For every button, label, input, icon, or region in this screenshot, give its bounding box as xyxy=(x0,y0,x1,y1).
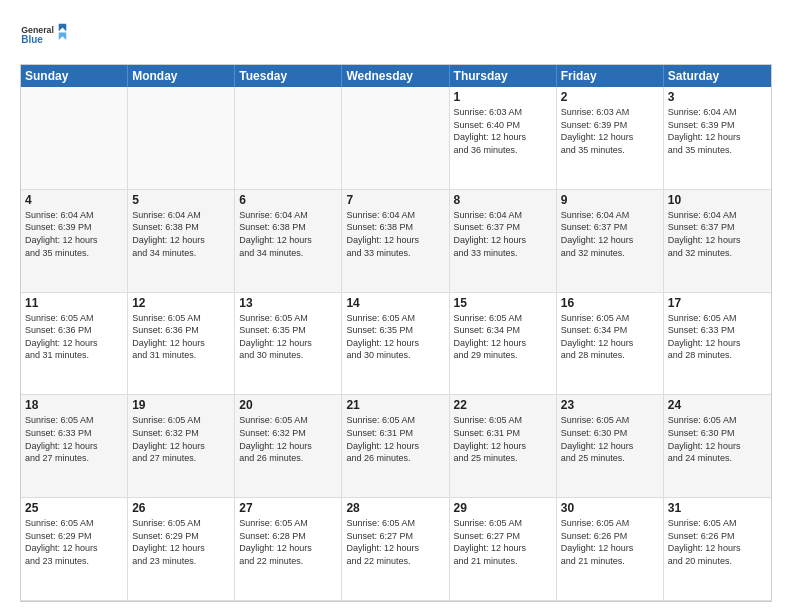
day-number: 5 xyxy=(132,193,230,207)
day-number: 3 xyxy=(668,90,767,104)
calendar-cell: 5Sunrise: 6:04 AM Sunset: 6:38 PM Daylig… xyxy=(128,190,235,293)
cell-info: Sunrise: 6:05 AM Sunset: 6:32 PM Dayligh… xyxy=(239,414,337,464)
cell-info: Sunrise: 6:05 AM Sunset: 6:30 PM Dayligh… xyxy=(668,414,767,464)
calendar-cell: 10Sunrise: 6:04 AM Sunset: 6:37 PM Dayli… xyxy=(664,190,771,293)
calendar-cell: 14Sunrise: 6:05 AM Sunset: 6:35 PM Dayli… xyxy=(342,293,449,396)
day-number: 18 xyxy=(25,398,123,412)
weekday-header-sunday: Sunday xyxy=(21,65,128,87)
calendar-cell xyxy=(342,87,449,190)
day-number: 20 xyxy=(239,398,337,412)
cell-info: Sunrise: 6:05 AM Sunset: 6:26 PM Dayligh… xyxy=(561,517,659,567)
cell-info: Sunrise: 6:04 AM Sunset: 6:37 PM Dayligh… xyxy=(454,209,552,259)
svg-marker-3 xyxy=(59,33,67,41)
cell-info: Sunrise: 6:05 AM Sunset: 6:36 PM Dayligh… xyxy=(25,312,123,362)
day-number: 19 xyxy=(132,398,230,412)
calendar-cell: 22Sunrise: 6:05 AM Sunset: 6:31 PM Dayli… xyxy=(450,395,557,498)
calendar-cell: 19Sunrise: 6:05 AM Sunset: 6:32 PM Dayli… xyxy=(128,395,235,498)
cell-info: Sunrise: 6:05 AM Sunset: 6:34 PM Dayligh… xyxy=(561,312,659,362)
weekday-header-saturday: Saturday xyxy=(664,65,771,87)
day-number: 8 xyxy=(454,193,552,207)
calendar-cell: 29Sunrise: 6:05 AM Sunset: 6:27 PM Dayli… xyxy=(450,498,557,601)
cell-info: Sunrise: 6:05 AM Sunset: 6:34 PM Dayligh… xyxy=(454,312,552,362)
calendar-cell: 7Sunrise: 6:04 AM Sunset: 6:38 PM Daylig… xyxy=(342,190,449,293)
calendar-cell: 24Sunrise: 6:05 AM Sunset: 6:30 PM Dayli… xyxy=(664,395,771,498)
day-number: 4 xyxy=(25,193,123,207)
cell-info: Sunrise: 6:05 AM Sunset: 6:30 PM Dayligh… xyxy=(561,414,659,464)
cell-info: Sunrise: 6:05 AM Sunset: 6:33 PM Dayligh… xyxy=(668,312,767,362)
calendar-cell: 28Sunrise: 6:05 AM Sunset: 6:27 PM Dayli… xyxy=(342,498,449,601)
calendar-cell: 18Sunrise: 6:05 AM Sunset: 6:33 PM Dayli… xyxy=(21,395,128,498)
svg-text:Blue: Blue xyxy=(21,34,43,45)
calendar-grid: 1Sunrise: 6:03 AM Sunset: 6:40 PM Daylig… xyxy=(21,87,771,601)
day-number: 27 xyxy=(239,501,337,515)
cell-info: Sunrise: 6:03 AM Sunset: 6:40 PM Dayligh… xyxy=(454,106,552,156)
cell-info: Sunrise: 6:05 AM Sunset: 6:27 PM Dayligh… xyxy=(454,517,552,567)
day-number: 28 xyxy=(346,501,444,515)
weekday-header-friday: Friday xyxy=(557,65,664,87)
day-number: 26 xyxy=(132,501,230,515)
logo-icon: General Blue xyxy=(20,16,70,56)
calendar: SundayMondayTuesdayWednesdayThursdayFrid… xyxy=(20,64,772,602)
calendar-cell: 12Sunrise: 6:05 AM Sunset: 6:36 PM Dayli… xyxy=(128,293,235,396)
cell-info: Sunrise: 6:05 AM Sunset: 6:26 PM Dayligh… xyxy=(668,517,767,567)
cell-info: Sunrise: 6:05 AM Sunset: 6:27 PM Dayligh… xyxy=(346,517,444,567)
day-number: 24 xyxy=(668,398,767,412)
cell-info: Sunrise: 6:05 AM Sunset: 6:36 PM Dayligh… xyxy=(132,312,230,362)
cell-info: Sunrise: 6:04 AM Sunset: 6:37 PM Dayligh… xyxy=(668,209,767,259)
cell-info: Sunrise: 6:04 AM Sunset: 6:38 PM Dayligh… xyxy=(346,209,444,259)
day-number: 1 xyxy=(454,90,552,104)
cell-info: Sunrise: 6:05 AM Sunset: 6:31 PM Dayligh… xyxy=(454,414,552,464)
cell-info: Sunrise: 6:05 AM Sunset: 6:28 PM Dayligh… xyxy=(239,517,337,567)
cell-info: Sunrise: 6:04 AM Sunset: 6:38 PM Dayligh… xyxy=(239,209,337,259)
calendar-cell: 26Sunrise: 6:05 AM Sunset: 6:29 PM Dayli… xyxy=(128,498,235,601)
day-number: 13 xyxy=(239,296,337,310)
cell-info: Sunrise: 6:04 AM Sunset: 6:39 PM Dayligh… xyxy=(668,106,767,156)
day-number: 15 xyxy=(454,296,552,310)
calendar-cell: 16Sunrise: 6:05 AM Sunset: 6:34 PM Dayli… xyxy=(557,293,664,396)
day-number: 6 xyxy=(239,193,337,207)
calendar-cell: 25Sunrise: 6:05 AM Sunset: 6:29 PM Dayli… xyxy=(21,498,128,601)
day-number: 17 xyxy=(668,296,767,310)
calendar-cell: 17Sunrise: 6:05 AM Sunset: 6:33 PM Dayli… xyxy=(664,293,771,396)
cell-info: Sunrise: 6:04 AM Sunset: 6:37 PM Dayligh… xyxy=(561,209,659,259)
weekday-header-tuesday: Tuesday xyxy=(235,65,342,87)
calendar-cell xyxy=(21,87,128,190)
cell-info: Sunrise: 6:05 AM Sunset: 6:33 PM Dayligh… xyxy=(25,414,123,464)
calendar-header: SundayMondayTuesdayWednesdayThursdayFrid… xyxy=(21,65,771,87)
day-number: 23 xyxy=(561,398,659,412)
calendar-cell: 3Sunrise: 6:04 AM Sunset: 6:39 PM Daylig… xyxy=(664,87,771,190)
day-number: 7 xyxy=(346,193,444,207)
day-number: 30 xyxy=(561,501,659,515)
cell-info: Sunrise: 6:04 AM Sunset: 6:39 PM Dayligh… xyxy=(25,209,123,259)
weekday-header-thursday: Thursday xyxy=(450,65,557,87)
calendar-cell: 21Sunrise: 6:05 AM Sunset: 6:31 PM Dayli… xyxy=(342,395,449,498)
day-number: 2 xyxy=(561,90,659,104)
calendar-cell: 4Sunrise: 6:04 AM Sunset: 6:39 PM Daylig… xyxy=(21,190,128,293)
calendar-cell xyxy=(235,87,342,190)
day-number: 22 xyxy=(454,398,552,412)
calendar-cell: 31Sunrise: 6:05 AM Sunset: 6:26 PM Dayli… xyxy=(664,498,771,601)
calendar-cell: 30Sunrise: 6:05 AM Sunset: 6:26 PM Dayli… xyxy=(557,498,664,601)
day-number: 21 xyxy=(346,398,444,412)
calendar-cell: 9Sunrise: 6:04 AM Sunset: 6:37 PM Daylig… xyxy=(557,190,664,293)
day-number: 25 xyxy=(25,501,123,515)
cell-info: Sunrise: 6:03 AM Sunset: 6:39 PM Dayligh… xyxy=(561,106,659,156)
header: General Blue xyxy=(20,16,772,56)
day-number: 10 xyxy=(668,193,767,207)
weekday-header-monday: Monday xyxy=(128,65,235,87)
cell-info: Sunrise: 6:05 AM Sunset: 6:29 PM Dayligh… xyxy=(25,517,123,567)
cell-info: Sunrise: 6:05 AM Sunset: 6:31 PM Dayligh… xyxy=(346,414,444,464)
logo: General Blue xyxy=(20,16,70,56)
calendar-cell: 8Sunrise: 6:04 AM Sunset: 6:37 PM Daylig… xyxy=(450,190,557,293)
calendar-cell: 15Sunrise: 6:05 AM Sunset: 6:34 PM Dayli… xyxy=(450,293,557,396)
cell-info: Sunrise: 6:04 AM Sunset: 6:38 PM Dayligh… xyxy=(132,209,230,259)
calendar-cell xyxy=(128,87,235,190)
day-number: 9 xyxy=(561,193,659,207)
calendar-cell: 1Sunrise: 6:03 AM Sunset: 6:40 PM Daylig… xyxy=(450,87,557,190)
calendar-cell: 23Sunrise: 6:05 AM Sunset: 6:30 PM Dayli… xyxy=(557,395,664,498)
calendar-cell: 11Sunrise: 6:05 AM Sunset: 6:36 PM Dayli… xyxy=(21,293,128,396)
calendar-cell: 13Sunrise: 6:05 AM Sunset: 6:35 PM Dayli… xyxy=(235,293,342,396)
cell-info: Sunrise: 6:05 AM Sunset: 6:35 PM Dayligh… xyxy=(239,312,337,362)
svg-marker-2 xyxy=(59,24,67,32)
day-number: 31 xyxy=(668,501,767,515)
